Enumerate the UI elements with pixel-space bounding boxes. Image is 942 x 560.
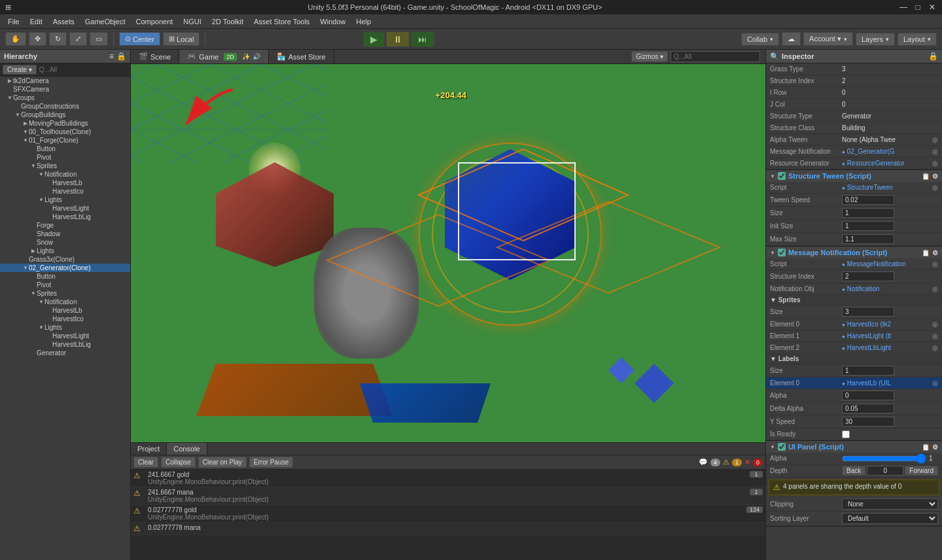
tree-item-lights-1[interactable]: ▼ Lights xyxy=(0,196,130,204)
resource-gen-select-icon[interactable]: ◎ xyxy=(932,160,938,167)
hand-tool-button[interactable]: ✋ xyxy=(5,32,26,46)
console-row-3[interactable]: ⚠ 0.02777778 goldUnityEngine.MonoBehavio… xyxy=(131,505,765,523)
tree-item-harvestlight-2[interactable]: HarvestLight xyxy=(0,332,130,340)
tree-item-movingpad[interactable]: ▶ MovingPadBuildings xyxy=(0,119,130,128)
game-view-canvas[interactable]: +204.44 xyxy=(131,64,765,442)
tree-item-harvestlblig-2[interactable]: HarvestLbLig xyxy=(0,340,130,349)
pause-button[interactable]: ⏸ xyxy=(386,31,410,47)
error-pause-button[interactable]: Error Pause xyxy=(249,457,293,468)
structure-index-2-input[interactable] xyxy=(842,271,894,281)
structure-tween-settings-icon[interactable]: 📋 xyxy=(922,173,930,180)
tree-item-harvestico-2[interactable]: HarvestIco xyxy=(0,315,130,323)
rect-tool-button[interactable]: ▭ xyxy=(90,32,108,46)
inspector-lock-icon[interactable]: 🔒 xyxy=(928,52,938,61)
msg-notif-gear-icon[interactable]: ⚙ xyxy=(932,249,938,256)
tab-console[interactable]: Console xyxy=(167,443,207,455)
menu-gameobject[interactable]: GameObject xyxy=(80,16,131,27)
rotate-tool-button[interactable]: ↻ xyxy=(49,32,67,46)
tree-item-lights-3[interactable]: ▼ Lights xyxy=(0,323,130,332)
ui-panel-gear-icon[interactable]: ⚙ xyxy=(932,444,938,451)
tree-item-groups[interactable]: ▼ Groups xyxy=(0,94,130,102)
tree-item-harvestico-1[interactable]: HarvestIco xyxy=(0,187,130,196)
tree-item-harvestlb-2[interactable]: HarvestLb xyxy=(0,306,130,315)
tree-item-generator[interactable]: Generator xyxy=(0,349,130,357)
tab-game[interactable]: 🎮 Game 2D ✨ 🔊 xyxy=(179,50,268,63)
hierarchy-lock-icon[interactable]: 🔒 xyxy=(116,52,126,61)
clear-on-play-button[interactable]: Clear on Play xyxy=(198,457,247,468)
max-size-input[interactable] xyxy=(842,234,894,244)
menu-edit[interactable]: Edit xyxy=(25,16,48,27)
hierarchy-menu-icon[interactable]: ≡ xyxy=(109,52,114,61)
scale-tool-button[interactable]: ⤢ xyxy=(69,32,87,46)
tree-item-harvestlblig-1[interactable]: HarvestLbLig xyxy=(0,213,130,221)
account-button[interactable]: Account ▾ xyxy=(803,32,853,46)
menu-component[interactable]: Component xyxy=(130,16,178,27)
panel-alpha-slider[interactable] xyxy=(842,455,926,463)
labels-size-input[interactable] xyxy=(842,366,894,376)
tree-item-button-2[interactable]: Button xyxy=(0,272,130,281)
tab-scene[interactable]: 🎬 Scene xyxy=(131,50,179,63)
tree-item-sprites-2[interactable]: ▼ Sprites xyxy=(0,289,130,298)
clear-button[interactable]: Clear xyxy=(133,457,158,468)
console-row-4[interactable]: ⚠ 0.02777778 mana xyxy=(131,523,765,535)
structure-tween-checkbox[interactable] xyxy=(778,172,786,180)
tree-item-harvestlight-1[interactable]: HarvestLight xyxy=(0,204,130,213)
depth-value-input[interactable] xyxy=(867,466,903,476)
msg-notif-settings-icon[interactable]: 📋 xyxy=(922,249,930,256)
depth-forward-button[interactable]: Forward xyxy=(905,466,938,476)
maximize-button[interactable]: □ xyxy=(913,3,922,12)
ui-panel-settings-icon[interactable]: 📋 xyxy=(922,444,930,451)
sorting-layer-select[interactable]: Default xyxy=(842,513,938,524)
element-1-icon[interactable]: ◎ xyxy=(932,332,938,340)
tree-item-harvestlb-1[interactable]: HarvestLb xyxy=(0,179,130,187)
tree-item-lights-2[interactable]: ▶ Lights xyxy=(0,247,130,255)
init-size-input[interactable] xyxy=(842,221,894,231)
tree-item-forge[interactable]: Forge xyxy=(0,221,130,230)
notif-obj-select-icon[interactable]: ◎ xyxy=(932,285,938,292)
gizmos-button[interactable]: Gizmos ▾ xyxy=(631,51,668,62)
is-ready-checkbox[interactable] xyxy=(842,430,850,438)
tree-item-sprites-1[interactable]: ▼ Sprites xyxy=(0,162,130,170)
tree-item-notification-2[interactable]: ▼ Notification xyxy=(0,298,130,306)
labels-element-0-icon[interactable]: ◎ xyxy=(932,379,938,387)
tree-item-snow[interactable]: Snow xyxy=(0,238,130,247)
menu-assets[interactable]: Assets xyxy=(48,16,80,27)
delta-alpha-input[interactable] xyxy=(842,404,894,413)
hierarchy-create-button[interactable]: Create ▾ xyxy=(3,65,37,75)
tree-item-tk2dcamera[interactable]: ▶ tk2dCamera xyxy=(0,77,130,85)
tree-item-generator-clone[interactable]: ▼ 02_Generator(Clone) xyxy=(0,264,130,272)
cloud-button[interactable]: ☁ xyxy=(782,32,801,46)
local-button[interactable]: ⊞ Local xyxy=(163,32,200,46)
step-button[interactable]: ⏭ xyxy=(411,31,434,47)
alpha-tween-select-icon[interactable]: ◎ xyxy=(932,136,938,143)
structure-tween-gear-icon[interactable]: ⚙ xyxy=(932,173,938,180)
play-button[interactable]: ▶ xyxy=(363,31,385,47)
ui-panel-checkbox[interactable] xyxy=(778,443,786,451)
layout-button[interactable]: Layout xyxy=(898,33,937,46)
msg-notif-section-checkbox[interactable] xyxy=(778,249,786,256)
menu-window[interactable]: Window xyxy=(315,16,351,27)
element-2-icon[interactable]: ◎ xyxy=(932,344,938,351)
hierarchy-search-input[interactable] xyxy=(39,66,128,73)
tab-asset-store[interactable]: 🏪 Asset Store xyxy=(269,50,334,63)
message-notification-header[interactable]: ▼ Message Notification (Script) 📋 ⚙ xyxy=(766,247,942,258)
y-speed-input[interactable] xyxy=(842,417,894,427)
tree-item-groupconstructions[interactable]: GroupConstructions xyxy=(0,102,130,111)
ui-panel-header[interactable]: ▼ UI Panel (Script) 📋 ⚙ xyxy=(766,441,942,453)
menu-ngui[interactable]: NGUI xyxy=(178,16,207,27)
close-button[interactable]: ✕ xyxy=(928,3,937,12)
menu-file[interactable]: File xyxy=(3,16,25,27)
console-row-2[interactable]: ⚠ 241.6667 manaUnityEngine.MonoBehaviour… xyxy=(131,487,765,505)
tween-speed-input[interactable] xyxy=(842,195,894,205)
menu-assetstoretools[interactable]: Asset Store Tools xyxy=(249,16,315,27)
depth-back-button[interactable]: Back xyxy=(842,466,865,476)
tree-item-notification-1[interactable]: ▼ Notification xyxy=(0,170,130,179)
tree-item-toolhouse[interactable]: ▼ 00_Toolhouse(Clone) xyxy=(0,128,130,136)
collapse-button[interactable]: Collapse xyxy=(161,457,196,468)
clipping-select[interactable]: None SoftClip TextureMask xyxy=(842,499,938,510)
tree-item-forge-clone[interactable]: ▼ 01_Forge(Clone) xyxy=(0,136,130,145)
layers-button[interactable]: Layers xyxy=(856,33,895,46)
scene-search-input[interactable] xyxy=(671,51,760,62)
structure-tween-header[interactable]: ▼ Structure Tween (Script) 📋 ⚙ xyxy=(766,170,942,182)
console-row-1[interactable]: ⚠ 241.6667 goldUnityEngine.MonoBehaviour… xyxy=(131,470,765,487)
